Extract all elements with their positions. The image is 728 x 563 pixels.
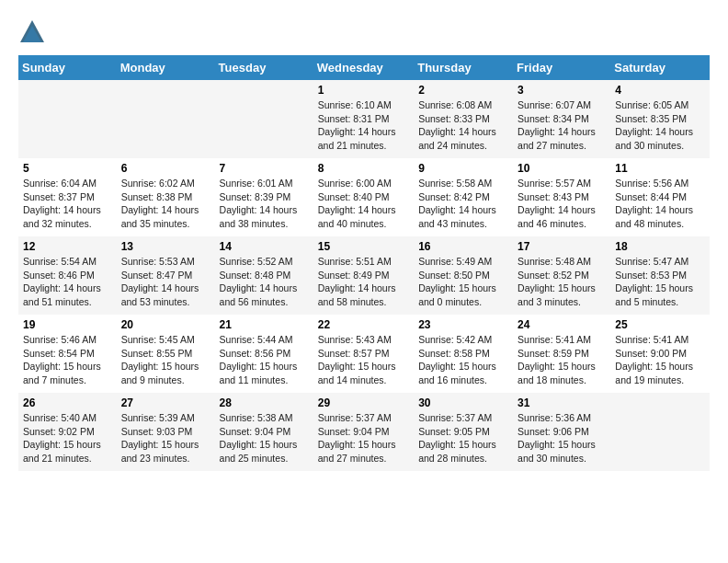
day-number: 16 (418, 240, 508, 253)
calendar-cell: 24Sunrise: 5:41 AM Sunset: 8:59 PM Dayli… (513, 315, 610, 393)
day-number: 21 (220, 318, 309, 331)
day-info: Sunrise: 6:01 AM Sunset: 8:39 PM Dayligh… (220, 178, 298, 229)
day-info: Sunrise: 6:02 AM Sunset: 8:38 PM Dayligh… (121, 178, 199, 229)
day-number: 27 (121, 396, 210, 409)
day-number: 23 (418, 318, 508, 331)
day-info: Sunrise: 5:48 AM Sunset: 8:52 PM Dayligh… (518, 256, 596, 307)
day-info: Sunrise: 6:10 AM Sunset: 8:31 PM Dayligh… (318, 99, 396, 151)
calendar-cell: 12Sunrise: 5:54 AM Sunset: 8:46 PM Dayli… (18, 236, 117, 315)
day-info: Sunrise: 6:05 AM Sunset: 8:35 PM Dayligh… (615, 99, 693, 151)
calendar-cell: 2Sunrise: 6:08 AM Sunset: 8:33 PM Daylig… (414, 80, 513, 158)
calendar-cell (215, 80, 313, 158)
day-info: Sunrise: 5:56 AM Sunset: 8:44 PM Dayligh… (615, 178, 693, 229)
day-number: 17 (518, 240, 606, 253)
calendar-cell: 17Sunrise: 5:48 AM Sunset: 8:52 PM Dayli… (513, 236, 610, 315)
day-number: 3 (518, 84, 606, 97)
day-number: 7 (220, 162, 309, 175)
day-number: 28 (220, 396, 309, 409)
day-number: 14 (220, 240, 309, 253)
calendar-cell: 26Sunrise: 5:40 AM Sunset: 9:02 PM Dayli… (18, 393, 117, 471)
day-number: 2 (418, 84, 508, 97)
weekday-header: Thursday (414, 55, 513, 80)
day-number: 15 (318, 240, 409, 253)
day-number: 5 (23, 162, 112, 175)
day-info: Sunrise: 5:37 AM Sunset: 9:05 PM Dayligh… (418, 412, 496, 464)
calendar-cell: 7Sunrise: 6:01 AM Sunset: 8:39 PM Daylig… (215, 158, 313, 236)
calendar-cell: 16Sunrise: 5:49 AM Sunset: 8:50 PM Dayli… (414, 236, 513, 315)
calendar-week-row: 12Sunrise: 5:54 AM Sunset: 8:46 PM Dayli… (18, 236, 710, 315)
day-info: Sunrise: 5:46 AM Sunset: 8:54 PM Dayligh… (23, 334, 101, 385)
day-info: Sunrise: 5:38 AM Sunset: 9:04 PM Dayligh… (220, 412, 298, 464)
calendar-week-row: 1Sunrise: 6:10 AM Sunset: 8:31 PM Daylig… (18, 80, 710, 158)
day-info: Sunrise: 5:39 AM Sunset: 9:03 PM Dayligh… (121, 412, 199, 464)
weekday-header-row: SundayMondayTuesdayWednesdayThursdayFrid… (18, 55, 710, 80)
day-info: Sunrise: 5:51 AM Sunset: 8:49 PM Dayligh… (318, 256, 396, 307)
day-number: 9 (418, 162, 508, 175)
calendar-cell: 18Sunrise: 5:47 AM Sunset: 8:53 PM Dayli… (610, 236, 710, 315)
day-number: 4 (615, 84, 705, 97)
calendar-cell: 14Sunrise: 5:52 AM Sunset: 8:48 PM Dayli… (215, 236, 313, 315)
day-info: Sunrise: 5:49 AM Sunset: 8:50 PM Dayligh… (418, 256, 496, 307)
day-number: 6 (121, 162, 210, 175)
weekday-header: Friday (513, 55, 610, 80)
day-info: Sunrise: 6:08 AM Sunset: 8:33 PM Dayligh… (418, 99, 496, 151)
calendar-cell: 3Sunrise: 6:07 AM Sunset: 8:34 PM Daylig… (513, 80, 610, 158)
calendar-cell: 9Sunrise: 5:58 AM Sunset: 8:42 PM Daylig… (414, 158, 513, 236)
page-header (18, 18, 710, 46)
day-number: 8 (318, 162, 409, 175)
calendar-cell: 13Sunrise: 5:53 AM Sunset: 8:47 PM Dayli… (117, 236, 215, 315)
calendar-cell: 25Sunrise: 5:41 AM Sunset: 9:00 PM Dayli… (610, 315, 710, 393)
calendar-cell: 15Sunrise: 5:51 AM Sunset: 8:49 PM Dayli… (313, 236, 414, 315)
day-info: Sunrise: 5:37 AM Sunset: 9:04 PM Dayligh… (318, 412, 396, 464)
day-info: Sunrise: 5:44 AM Sunset: 8:56 PM Dayligh… (220, 334, 298, 385)
day-info: Sunrise: 6:04 AM Sunset: 8:37 PM Dayligh… (23, 178, 101, 229)
day-number: 10 (518, 162, 606, 175)
calendar-cell (18, 80, 117, 158)
day-info: Sunrise: 5:54 AM Sunset: 8:46 PM Dayligh… (23, 256, 101, 307)
calendar-table: SundayMondayTuesdayWednesdayThursdayFrid… (18, 55, 710, 471)
day-number: 31 (518, 396, 606, 409)
calendar-cell: 4Sunrise: 6:05 AM Sunset: 8:35 PM Daylig… (610, 80, 710, 158)
day-info: Sunrise: 5:36 AM Sunset: 9:06 PM Dayligh… (518, 412, 596, 464)
day-number: 26 (23, 396, 112, 409)
calendar-cell: 30Sunrise: 5:37 AM Sunset: 9:05 PM Dayli… (414, 393, 513, 471)
calendar-cell: 11Sunrise: 5:56 AM Sunset: 8:44 PM Dayli… (610, 158, 710, 236)
calendar-cell: 1Sunrise: 6:10 AM Sunset: 8:31 PM Daylig… (313, 80, 414, 158)
day-info: Sunrise: 5:52 AM Sunset: 8:48 PM Dayligh… (220, 256, 298, 307)
calendar-cell: 19Sunrise: 5:46 AM Sunset: 8:54 PM Dayli… (18, 315, 117, 393)
logo-icon (18, 18, 46, 46)
weekday-header: Monday (117, 55, 215, 80)
day-info: Sunrise: 5:41 AM Sunset: 9:00 PM Dayligh… (615, 334, 693, 385)
calendar-cell: 20Sunrise: 5:45 AM Sunset: 8:55 PM Dayli… (117, 315, 215, 393)
logo (18, 18, 50, 46)
calendar-cell: 21Sunrise: 5:44 AM Sunset: 8:56 PM Dayli… (215, 315, 313, 393)
day-info: Sunrise: 5:41 AM Sunset: 8:59 PM Dayligh… (518, 334, 596, 385)
weekday-header: Saturday (610, 55, 710, 80)
day-info: Sunrise: 5:45 AM Sunset: 8:55 PM Dayligh… (121, 334, 199, 385)
day-number: 25 (615, 318, 705, 331)
calendar-cell: 6Sunrise: 6:02 AM Sunset: 8:38 PM Daylig… (117, 158, 215, 236)
day-number: 24 (518, 318, 606, 331)
day-info: Sunrise: 5:57 AM Sunset: 8:43 PM Dayligh… (518, 178, 596, 229)
calendar-cell: 22Sunrise: 5:43 AM Sunset: 8:57 PM Dayli… (313, 315, 414, 393)
day-number: 13 (121, 240, 210, 253)
calendar-cell: 27Sunrise: 5:39 AM Sunset: 9:03 PM Dayli… (117, 393, 215, 471)
day-info: Sunrise: 5:43 AM Sunset: 8:57 PM Dayligh… (318, 334, 396, 385)
day-info: Sunrise: 5:47 AM Sunset: 8:53 PM Dayligh… (615, 256, 693, 307)
day-number: 11 (615, 162, 705, 175)
calendar-cell: 8Sunrise: 6:00 AM Sunset: 8:40 PM Daylig… (313, 158, 414, 236)
calendar-cell: 28Sunrise: 5:38 AM Sunset: 9:04 PM Dayli… (215, 393, 313, 471)
weekday-header: Sunday (18, 55, 117, 80)
day-info: Sunrise: 6:07 AM Sunset: 8:34 PM Dayligh… (518, 99, 596, 151)
day-number: 18 (615, 240, 705, 253)
weekday-header: Wednesday (313, 55, 414, 80)
day-number: 29 (318, 396, 409, 409)
calendar-week-row: 19Sunrise: 5:46 AM Sunset: 8:54 PM Dayli… (18, 315, 710, 393)
calendar-week-row: 5Sunrise: 6:04 AM Sunset: 8:37 PM Daylig… (18, 158, 710, 236)
day-number: 20 (121, 318, 210, 331)
day-info: Sunrise: 5:40 AM Sunset: 9:02 PM Dayligh… (23, 412, 101, 464)
day-number: 22 (318, 318, 409, 331)
day-number: 30 (418, 396, 508, 409)
weekday-header: Tuesday (215, 55, 313, 80)
day-number: 1 (318, 84, 409, 97)
